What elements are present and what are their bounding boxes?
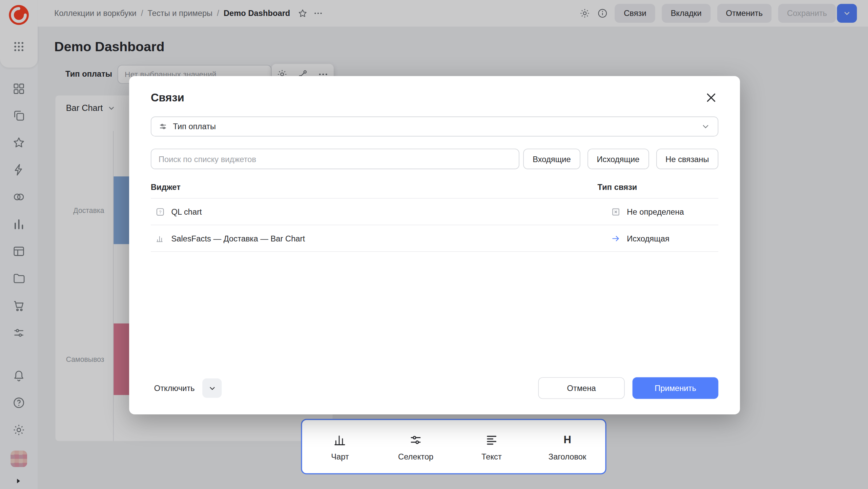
arrow-right-icon — [611, 233, 621, 243]
column-relation-type: Тип связи — [598, 182, 719, 191]
row-widget-name: QL chart — [171, 207, 202, 216]
close-icon[interactable] — [704, 91, 719, 105]
relation-filters: Входящие Исходящие Не связаны — [523, 149, 718, 169]
column-widget: Виджет — [151, 182, 598, 191]
chart-icon — [155, 233, 165, 243]
apply-button[interactable]: Применить — [633, 377, 719, 399]
add-heading-label: Заголовок — [549, 452, 586, 461]
chevron-down-icon — [701, 121, 710, 131]
row-widget-name: SalesFacts — Доставка — Bar Chart — [171, 234, 305, 243]
relations-table-header: Виджет Тип связи — [151, 182, 718, 198]
widget-search-input[interactable] — [151, 149, 519, 169]
heading-h-icon: H — [563, 432, 571, 447]
text-lines-icon — [484, 432, 499, 447]
row-relation-type: Исходящая — [627, 234, 669, 243]
dialog-widget-select-value: Тип оплаты — [173, 122, 216, 131]
dialog-cancel-button[interactable]: Отмена — [538, 377, 625, 399]
sliders-icon — [159, 122, 167, 131]
dialog-widget-select[interactable]: Тип оплаты — [151, 117, 718, 137]
filter-incoming-button[interactable]: Входящие — [523, 149, 580, 169]
svg-text:?: ? — [159, 209, 161, 214]
add-selector-button[interactable]: Селектор — [378, 432, 454, 461]
add-selector-label: Селектор — [398, 452, 433, 461]
add-heading-button[interactable]: H Заголовок — [530, 432, 605, 461]
disable-dropdown-button[interactable] — [203, 378, 222, 398]
widget-add-toolbar: Чарт Селектор Текст H Заголовок — [301, 419, 606, 474]
relation-undefined-icon — [611, 207, 621, 216]
add-chart-label: Чарт — [331, 452, 349, 461]
add-text-button[interactable]: Текст — [454, 432, 530, 461]
sliders-icon — [409, 432, 423, 447]
relations-dialog: Связи Тип оплаты Входящие Исходящие Не с… — [129, 76, 740, 414]
chevron-down-icon — [208, 384, 216, 392]
filter-outgoing-button[interactable]: Исходящие — [587, 149, 649, 169]
row-relation-type: Не определена — [627, 207, 684, 216]
app-root: Коллекции и воркбуки / Тесты и примеры /… — [0, 0, 868, 489]
add-chart-button[interactable]: Чарт — [302, 432, 378, 461]
add-text-label: Текст — [481, 452, 502, 461]
dialog-title: Связи — [151, 91, 184, 104]
disable-button[interactable]: Отключить — [151, 377, 198, 398]
chart-icon — [333, 432, 347, 447]
ql-chart-icon: ? — [155, 207, 165, 216]
filter-unrelated-button[interactable]: Не связаны — [656, 149, 718, 169]
table-row[interactable]: ? QL chart Не определена — [151, 199, 718, 226]
table-row[interactable]: SalesFacts — Доставка — Bar Chart Исходя… — [151, 225, 718, 252]
